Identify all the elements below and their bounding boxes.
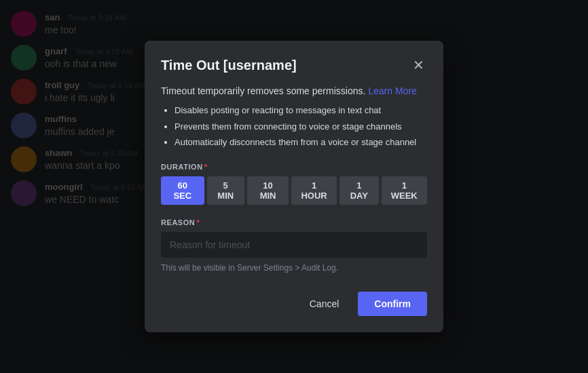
duration-5min[interactable]: 5 MIN — [207, 176, 244, 205]
bullet-item-1: Disables posting or reacting to messages… — [174, 104, 427, 117]
modal-header: Time Out [username] ✕ — [161, 57, 427, 73]
duration-1week[interactable]: 1 WEEK — [382, 176, 428, 205]
duration-buttons: 60 SEC 5 MIN 10 MIN 1 HOUR 1 DAY 1 WEEK — [161, 176, 427, 205]
reason-required-star: * — [196, 218, 200, 227]
modal-overlay: Time Out [username] ✕ Timeout temporaril… — [0, 0, 588, 373]
modal-description: Timeout temporarily removes some permiss… — [161, 84, 427, 98]
close-button[interactable]: ✕ — [410, 57, 427, 73]
duration-label: DURATION* — [161, 163, 427, 171]
modal-title: Time Out [username] — [161, 58, 297, 73]
duration-1hour[interactable]: 1 HOUR — [291, 176, 337, 205]
audit-note: This will be visible in Server Settings … — [161, 263, 427, 273]
modal-footer: Cancel Confirm — [161, 292, 427, 316]
cancel-button[interactable]: Cancel — [299, 292, 350, 316]
duration-required-star: * — [204, 163, 208, 171]
duration-10min[interactable]: 10 MIN — [247, 176, 289, 205]
duration-60sec[interactable]: 60 SEC — [161, 176, 204, 205]
bullet-item-2: Prevents them from connecting to voice o… — [174, 120, 427, 134]
timeout-modal: Time Out [username] ✕ Timeout temporaril… — [145, 41, 443, 332]
reason-input[interactable] — [161, 232, 427, 258]
learn-more-link[interactable]: Learn More — [368, 85, 417, 96]
bullet-item-3: Automatically disconnects them from a vo… — [174, 136, 427, 149]
confirm-button[interactable]: Confirm — [358, 292, 427, 316]
duration-1day[interactable]: 1 DAY — [339, 176, 378, 205]
bullet-list: Disables posting or reacting to messages… — [161, 104, 427, 149]
reason-label: REASON* — [161, 218, 427, 227]
